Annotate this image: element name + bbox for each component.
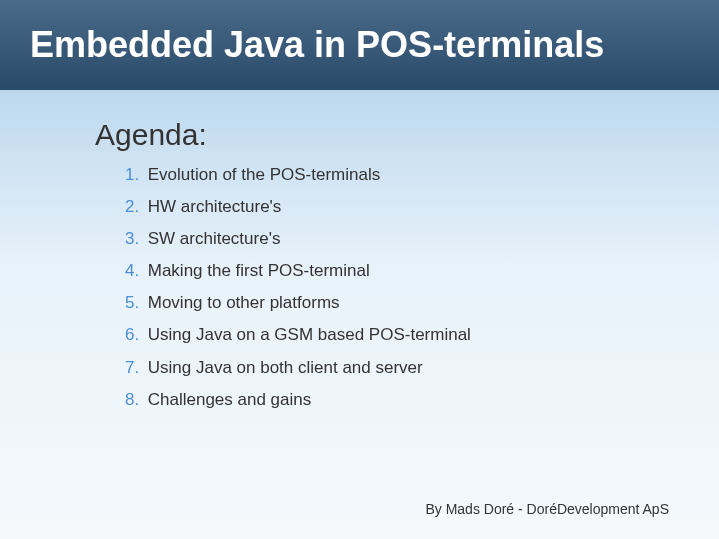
agenda-list: 1. Evolution of the POS-terminals 2. HW … [95, 164, 659, 411]
item-number: 5. [125, 292, 143, 314]
item-number: 8. [125, 389, 143, 411]
title-bar: Embedded Java in POS-terminals [0, 0, 719, 90]
item-text: Evolution of the POS-terminals [148, 165, 380, 184]
item-number: 3. [125, 228, 143, 250]
agenda-item: 6. Using Java on a GSM based POS-termina… [125, 324, 485, 346]
item-number: 4. [125, 260, 143, 282]
agenda-item: 5. Moving to other platforms [125, 292, 485, 314]
slide-content: Agenda: 1. Evolution of the POS-terminal… [0, 90, 719, 411]
item-number: 1. [125, 164, 143, 186]
item-number: 2. [125, 196, 143, 218]
agenda-item: 1. Evolution of the POS-terminals [125, 164, 485, 186]
item-text: Challenges and gains [148, 390, 312, 409]
item-text: Using Java on both client and server [148, 358, 423, 377]
footer-attribution: By Mads Doré - DoréDevelopment ApS [425, 501, 669, 517]
item-number: 7. [125, 357, 143, 379]
item-text: Moving to other platforms [148, 293, 340, 312]
item-text: Making the first POS-terminal [148, 261, 370, 280]
agenda-item: 7. Using Java on both client and server [125, 357, 485, 379]
item-text: HW architecture's [148, 197, 282, 216]
item-text: Using Java on a GSM based POS-terminal [148, 325, 471, 344]
slide-title: Embedded Java in POS-terminals [30, 24, 604, 66]
agenda-item: 2. HW architecture's [125, 196, 485, 218]
agenda-item: 4. Making the first POS-terminal [125, 260, 485, 282]
agenda-item: 3. SW architecture's [125, 228, 485, 250]
agenda-heading: Agenda: [95, 118, 659, 152]
item-text: SW architecture's [148, 229, 281, 248]
agenda-item: 8. Challenges and gains [125, 389, 485, 411]
item-number: 6. [125, 324, 143, 346]
